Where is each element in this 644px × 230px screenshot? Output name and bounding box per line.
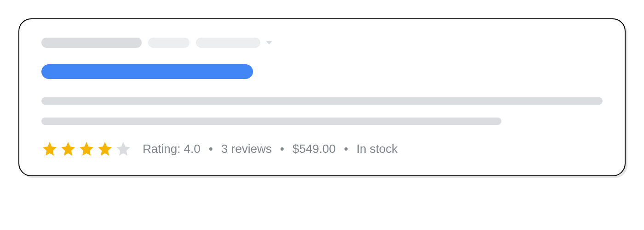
rating-info-row: Rating: 4.0 • 3 reviews • $549.00 • In s… xyxy=(41,140,603,157)
star-icon xyxy=(60,140,76,157)
breadcrumb-placeholder-2 xyxy=(148,38,190,48)
star-icon xyxy=(41,140,58,157)
reviews-count[interactable]: 3 reviews xyxy=(221,142,272,156)
search-result-card: Rating: 4.0 • 3 reviews • $549.00 • In s… xyxy=(18,18,626,176)
breadcrumb-row xyxy=(41,38,603,48)
description-line-1 xyxy=(41,97,603,105)
chevron-down-icon[interactable] xyxy=(266,41,272,45)
breadcrumb-placeholder-3 xyxy=(196,38,260,48)
price-label: $549.00 xyxy=(293,142,336,156)
star-icon xyxy=(115,140,132,157)
result-title-placeholder[interactable] xyxy=(41,64,253,79)
rating-label: Rating: 4.0 xyxy=(143,142,201,156)
separator-dot: • xyxy=(344,142,348,156)
description-line-2 xyxy=(41,118,501,125)
star-rating xyxy=(41,140,132,157)
star-icon xyxy=(78,140,95,157)
stock-status: In stock xyxy=(356,142,398,156)
separator-dot: • xyxy=(280,142,284,156)
separator-dot: • xyxy=(209,142,213,156)
breadcrumb-placeholder-1 xyxy=(41,38,142,48)
star-icon xyxy=(97,140,113,157)
